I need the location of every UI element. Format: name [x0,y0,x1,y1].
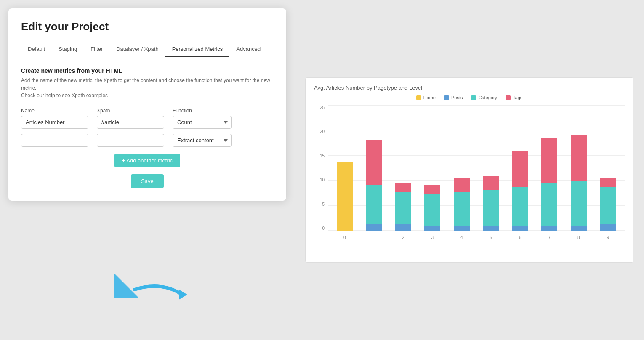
save-button[interactable]: Save [131,174,164,188]
bar-tags-6 [512,151,528,187]
tab-staging[interactable]: Staging [52,42,84,57]
bar-group-1 [366,140,382,231]
bar-group-6 [512,151,528,231]
bar-category-2 [395,192,411,224]
bar-stack-1 [366,140,382,231]
x-label-8: 8 [571,235,587,240]
name-group-2 [21,134,88,147]
bar-category-4 [454,192,470,226]
bar-group-4 [454,178,470,231]
name-input-2[interactable] [21,134,88,147]
xpath-input-2[interactable] [97,134,164,147]
bar-group-7 [541,138,557,231]
svg-marker-1 [179,290,187,300]
legend-home-label: Home [423,95,436,100]
function-select-2[interactable]: Extract content Count Sum Average [173,134,232,147]
xpath-group: Xpath [97,108,164,129]
tab-advanced[interactable]: Advanced [229,42,267,57]
name-input[interactable] [21,116,88,129]
x-label-2: 2 [395,235,411,240]
tabs-container: Default Staging Filter Datalayer / Xpath… [21,42,274,57]
bar-tags-8 [571,135,587,181]
bar-posts-3 [424,226,440,231]
bar-posts-9 [600,224,616,231]
bars-area: 0123456789 [328,105,625,240]
form-row-1: Name Xpath Function Count Extract conten… [21,108,274,129]
name-label: Name [21,108,88,114]
bar-category-1 [366,185,382,224]
y-label-5: 5 [314,202,325,207]
legend-posts-label: Posts [451,95,463,100]
bar-category-5 [483,190,499,226]
bar-posts-8 [571,226,587,231]
bar-stack-9 [600,178,616,231]
bar-tags-9 [600,178,616,188]
x-label-5: 5 [483,235,499,240]
bar-stack-5 [483,176,499,231]
bar-posts-4 [454,226,470,231]
y-label-20: 20 [314,129,325,134]
bar-stack-3 [424,185,440,231]
tab-filter[interactable]: Filter [84,42,109,57]
legend-posts-dot [444,95,449,100]
legend-tags-label: Tags [513,95,522,100]
chart-legend: Home Posts Category Tags [314,95,625,100]
bar-tags-1 [366,140,382,185]
section-desc: Add the name of the new metric, the Xpat… [21,77,274,99]
y-label-10: 10 [314,178,325,182]
function-group-2: Extract content Count Sum Average [173,134,232,147]
bar-tags-5 [483,176,499,189]
bar-tags-7 [541,138,557,183]
xpath-label: Xpath [97,108,164,114]
left-panel: Edit your Project Default Staging Filter… [0,0,295,340]
x-label-6: 6 [512,235,528,240]
tab-default[interactable]: Default [21,42,52,57]
tab-personalized-metrics[interactable]: Personalized Metrics [165,42,230,57]
y-label-0: 0 [314,226,325,231]
x-label-4: 4 [454,235,470,240]
bar-tags-2 [395,183,411,192]
legend-posts: Posts [444,95,463,100]
legend-category-dot [471,95,476,100]
function-label: Function [173,108,232,114]
bar-posts-5 [483,226,499,231]
bar-tags-3 [424,185,440,194]
bar-category-6 [512,187,528,226]
bar-group-3 [424,185,440,231]
chart-title: Avg. Articles Number by Pagetype and Lev… [314,85,625,91]
y-label-15: 15 [314,154,325,158]
name-group: Name [21,108,88,129]
bar-posts-1 [366,224,382,231]
bar-stack-6 [512,151,528,231]
bar-group-8 [571,135,587,231]
modal-title: Edit your Project [21,20,274,33]
bar-posts-7 [541,226,557,231]
legend-tags-dot [506,95,511,100]
function-group: Function Count Extract content Sum Avera… [173,108,232,129]
bar-posts-2 [395,224,411,231]
bar-home-0 [337,162,353,231]
xpath-input[interactable] [97,116,164,129]
x-label-1: 1 [366,235,382,240]
legend-home: Home [416,95,436,100]
bar-category-7 [541,183,557,226]
legend-category-label: Category [478,95,497,100]
add-metric-button[interactable]: + Add another metric [114,154,180,167]
bar-stack-8 [571,135,587,231]
xpath-group-2 [97,134,164,147]
y-axis: 0 5 10 15 20 25 [314,105,325,240]
modal-card: Edit your Project Default Staging Filter… [8,8,286,201]
legend-category: Category [471,95,497,100]
x-label-9: 9 [600,235,616,240]
right-panel: Avg. Articles Number by Pagetype and Lev… [295,0,644,340]
function-select[interactable]: Count Extract content Sum Average [173,116,232,129]
bar-tags-4 [454,178,470,192]
bars-wrapper [328,105,625,231]
bar-stack-2 [395,183,411,231]
bar-group-5 [483,176,499,231]
form-row-2: Extract content Count Sum Average [21,134,274,147]
chart-area: 0 5 10 15 20 25 [314,105,625,240]
chart-container: Avg. Articles Number by Pagetype and Lev… [305,77,633,263]
tab-datalayer[interactable]: Datalayer / Xpath [109,42,165,57]
bar-category-3 [424,194,440,226]
